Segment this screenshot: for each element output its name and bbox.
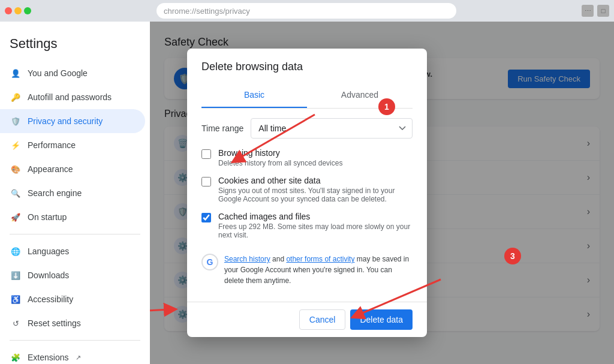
performance-icon: ⚡ xyxy=(10,139,22,151)
search-history-link[interactable]: Search history xyxy=(224,255,270,263)
sidebar-item-privacy[interactable]: 🛡️ Privacy and security xyxy=(0,109,145,133)
other-activity-link[interactable]: other forms of activity xyxy=(286,255,354,263)
sidebar-divider xyxy=(10,234,140,234)
browser-window-icon[interactable]: □ xyxy=(597,5,609,17)
external-link-icon: ↗ xyxy=(76,354,81,362)
content-area: Safety Check 🛡️ Chrome found some safety… xyxy=(150,22,614,364)
sidebar-item-label: Languages xyxy=(28,246,69,256)
downloads-icon: ⬇️ xyxy=(10,269,22,281)
checkbox-cookies: Cookies and other site data Signs you ou… xyxy=(201,176,413,203)
on-startup-icon: 🚀 xyxy=(10,211,22,223)
browsing-history-label: Browsing history Deletes history from al… xyxy=(218,148,342,167)
sidebar-item-label: Reset settings xyxy=(28,318,81,328)
privacy-icon: 🛡️ xyxy=(10,115,22,127)
sidebar-item-languages[interactable]: 🌐 Languages xyxy=(0,239,145,263)
sidebar-item-on-startup[interactable]: 🚀 On startup xyxy=(0,205,145,229)
sidebar-item-reset-settings[interactable]: ↺ Reset settings xyxy=(0,311,145,335)
cancel-button[interactable]: Cancel xyxy=(299,309,346,330)
delete-data-button[interactable]: Delete data xyxy=(350,309,413,330)
dialog-header: Delete browsing data Basic Advanced xyxy=(187,49,427,109)
browsing-history-checkbox[interactable] xyxy=(201,149,211,159)
svg-line-2 xyxy=(150,309,171,315)
sidebar-divider-2 xyxy=(10,340,140,341)
sidebar: Settings 👤 You and Google 🔑 Autofill and… xyxy=(0,22,150,364)
accessibility-icon: ♿ xyxy=(10,293,22,305)
autofill-icon: 🔑 xyxy=(10,91,22,103)
sidebar-item-label: Appearance xyxy=(28,164,73,174)
sidebar-item-you-and-google[interactable]: 👤 You and Google xyxy=(0,61,145,85)
settings-title: Settings xyxy=(0,31,150,61)
sidebar-item-label: On startup xyxy=(28,212,67,222)
time-range-label: Time range xyxy=(201,124,243,133)
browser-bar: chrome://settings/privacy ⋯ □ xyxy=(0,0,614,22)
dialog-title: Delete browsing data xyxy=(201,61,413,73)
sidebar-item-extensions[interactable]: 🧩 Extensions ↗ xyxy=(0,345,145,364)
checkbox-browsing-history: Browsing history Deletes history from al… xyxy=(201,148,413,167)
sidebar-item-downloads[interactable]: ⬇️ Downloads xyxy=(0,263,145,287)
time-range-row: Time range All time Last hour Last 24 ho… xyxy=(201,118,413,139)
you-and-google-icon: 👤 xyxy=(10,67,22,79)
extensions-icon: 🧩 xyxy=(10,351,22,363)
google-account-note: G Search history and other forms of acti… xyxy=(201,248,413,292)
dialog-footer: Cancel Delete data xyxy=(187,302,427,337)
sidebar-item-label: Search engine xyxy=(28,188,82,198)
dialog-body: Time range All time Last hour Last 24 ho… xyxy=(187,109,427,302)
sidebar-item-search-engine[interactable]: 🔍 Search engine xyxy=(0,181,145,205)
checkbox-cached: Cached images and files Frees up 292 MB.… xyxy=(201,212,413,239)
reset-icon: ↺ xyxy=(10,317,22,329)
sidebar-item-label: Downloads xyxy=(28,270,69,280)
sidebar-item-accessibility[interactable]: ♿ Accessibility xyxy=(0,287,145,311)
modal-overlay: 1 2 3 Delete browsing data Basic Advance… xyxy=(150,22,614,364)
search-engine-icon: 🔍 xyxy=(10,187,22,199)
url-bar[interactable]: chrome://settings/privacy xyxy=(164,7,250,16)
sidebar-item-performance[interactable]: ⚡ Performance xyxy=(0,133,145,157)
delete-browsing-data-dialog: Delete browsing data Basic Advanced Time… xyxy=(187,49,427,337)
google-g-icon: G xyxy=(201,254,218,270)
sidebar-item-label: Extensions xyxy=(28,353,68,362)
sidebar-item-label: Accessibility xyxy=(28,294,73,304)
appearance-icon: 🎨 xyxy=(10,163,22,175)
languages-icon: 🌐 xyxy=(10,245,22,257)
dialog-tabs: Basic Advanced xyxy=(201,83,413,109)
cookies-checkbox[interactable] xyxy=(201,177,211,186)
sidebar-item-label: Privacy and security xyxy=(28,116,103,126)
tab-basic[interactable]: Basic xyxy=(201,83,307,108)
cached-label: Cached images and files Frees up 292 MB.… xyxy=(218,212,413,239)
tab-advanced[interactable]: Advanced xyxy=(307,83,413,108)
annotation-3: 3 xyxy=(504,248,521,264)
browser-more-icon[interactable]: ⋯ xyxy=(582,5,594,17)
sidebar-item-label: Autofill and passwords xyxy=(28,92,112,102)
sidebar-item-appearance[interactable]: 🎨 Appearance xyxy=(0,157,145,181)
sidebar-item-label: Performance xyxy=(28,140,76,150)
google-note-text: Search history and other forms of activi… xyxy=(224,254,413,286)
time-range-select[interactable]: All time Last hour Last 24 hours Last 7 … xyxy=(251,118,413,139)
cookies-label: Cookies and other site data Signs you ou… xyxy=(218,176,413,203)
sidebar-item-label: You and Google xyxy=(28,68,88,78)
sidebar-item-autofill[interactable]: 🔑 Autofill and passwords xyxy=(0,85,145,109)
cached-images-checkbox[interactable] xyxy=(201,213,211,222)
